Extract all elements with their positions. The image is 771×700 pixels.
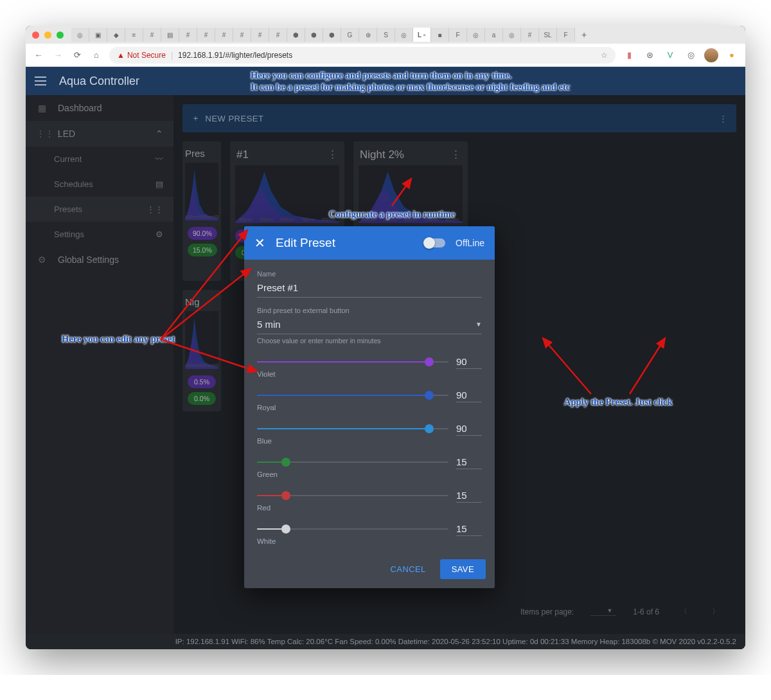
browser-tab[interactable]: SL — [539, 28, 557, 42]
browser-tab[interactable]: ◎ — [395, 28, 413, 42]
name-label: Name — [257, 270, 482, 278]
not-secure-label: Not Secure — [127, 51, 166, 60]
back-icon[interactable]: ← — [32, 50, 45, 60]
browser-tab[interactable]: ⬢ — [287, 28, 305, 42]
browser-tab[interactable]: ◆ — [107, 28, 125, 42]
annotation-top: Here you can configure and presets and t… — [251, 69, 570, 93]
channel-label: Green — [257, 471, 482, 478]
cancel-button[interactable]: CANCEL — [383, 559, 434, 579]
browser-tab[interactable]: ≡ — [125, 28, 143, 42]
browser-tab[interactable]: # — [521, 28, 539, 42]
browser-tab[interactable]: F — [557, 28, 575, 42]
channel-input[interactable] — [456, 422, 482, 436]
channel-row — [257, 388, 482, 402]
tab-strip: ◎▣◆≡#▤######⬢⬢⬢G⊛S◎L×■F◎a◎#SLF+ — [71, 28, 739, 42]
offline-toggle[interactable] — [425, 238, 445, 247]
forward-icon[interactable]: → — [51, 50, 64, 60]
browser-tab[interactable]: # — [197, 28, 215, 42]
name-input[interactable] — [257, 280, 482, 298]
bind-hint: Choose value or enter number in minutes — [257, 337, 482, 345]
app-header: Aqua Controller Here you can configure a… — [26, 67, 745, 95]
offline-label: OffLine — [456, 238, 484, 248]
channel-label: Red — [257, 504, 482, 512]
warning-icon: ▲ — [117, 51, 125, 60]
channel-label: Blue — [257, 437, 482, 445]
window-zoom[interactable] — [57, 31, 64, 39]
channel-label: Royal — [257, 404, 482, 411]
browser-tab[interactable]: ▤ — [161, 28, 179, 42]
browser-tab[interactable]: # — [233, 28, 251, 42]
browser-tab[interactable]: ◎ — [467, 28, 485, 42]
channel-input[interactable] — [456, 489, 482, 503]
extension-icon[interactable]: V — [663, 48, 677, 62]
browser-tab[interactable]: ■ — [431, 28, 449, 42]
channel-label: Violet — [257, 370, 482, 378]
address-bar[interactable]: ▲Not Secure | 192.168.1.91/#/lighter/led… — [109, 47, 616, 64]
url-text: 192.168.1.91/#/lighter/led/presets — [178, 51, 292, 60]
channel-slider[interactable] — [257, 462, 448, 463]
close-icon[interactable]: ✕ — [254, 235, 265, 251]
status-bar: IP: 192.168.1.91 WiFi: 86% Temp Calc: 20… — [26, 634, 745, 649]
bind-value: 5 min — [257, 319, 281, 330]
channel-input[interactable] — [456, 522, 482, 536]
browser-tab[interactable]: L× — [413, 28, 431, 42]
browser-tab[interactable]: ⬢ — [323, 28, 341, 42]
browser-tab[interactable]: S — [377, 28, 395, 42]
dropdown-icon: ▼ — [475, 321, 482, 328]
browser-titlebar: ◎▣◆≡#▤######⬢⬢⬢G⊛S◎L×■F◎a◎#SLF+ — [26, 26, 745, 44]
channel-slider[interactable] — [257, 428, 448, 429]
browser-tab[interactable]: # — [251, 28, 269, 42]
channel-row — [257, 355, 482, 369]
browser-tab[interactable]: ◎ — [71, 28, 89, 42]
browser-tab[interactable]: # — [143, 28, 161, 42]
star-icon[interactable]: ☆ — [601, 51, 608, 60]
window-minimize[interactable] — [44, 31, 51, 39]
save-button[interactable]: SAVE — [440, 559, 486, 579]
reload-icon[interactable]: ⟳ — [71, 50, 84, 60]
browser-tab[interactable]: F — [449, 28, 467, 42]
browser-toolbar: ← → ⟳ ⌂ ▲Not Secure | 192.168.1.91/#/lig… — [26, 44, 745, 67]
channel-slider[interactable] — [257, 528, 448, 530]
menu-icon[interactable] — [35, 76, 46, 85]
channel-input[interactable] — [456, 388, 482, 402]
new-tab-button[interactable]: + — [575, 28, 593, 42]
browser-tab[interactable]: # — [215, 28, 233, 42]
app-title: Aqua Controller — [59, 75, 139, 88]
channel-row — [257, 522, 482, 536]
channel-row — [257, 489, 482, 503]
bind-select[interactable]: 5 min▼ — [257, 316, 482, 334]
channel-input[interactable] — [456, 455, 482, 469]
browser-tab[interactable]: G — [341, 28, 359, 42]
channel-slider[interactable] — [257, 495, 448, 496]
bind-label: Bind preset to external button — [257, 307, 482, 314]
browser-tab[interactable]: # — [269, 28, 287, 42]
edit-preset-dialog: ✕ Edit Preset OffLine Name Bind preset t… — [244, 226, 495, 588]
profile-avatar[interactable] — [704, 48, 718, 62]
channel-row — [257, 455, 482, 469]
alert-icon[interactable]: ● — [725, 48, 739, 62]
extension-icon[interactable]: ⊛ — [642, 48, 657, 62]
browser-tab[interactable]: a — [485, 28, 503, 42]
home-icon[interactable]: ⌂ — [90, 50, 103, 60]
channel-label: White — [257, 537, 482, 545]
window-close[interactable] — [32, 31, 39, 39]
channel-input[interactable] — [456, 355, 482, 369]
dialog-title: Edit Preset — [276, 236, 414, 250]
extension-icon[interactable]: ◎ — [684, 48, 698, 62]
channel-slider[interactable] — [257, 395, 448, 396]
browser-tab[interactable]: ⬢ — [305, 28, 323, 42]
extension-icon[interactable]: ▮ — [622, 48, 636, 62]
channel-slider[interactable] — [257, 361, 448, 363]
browser-tab[interactable]: ◎ — [503, 28, 521, 42]
browser-tab[interactable]: ▣ — [89, 28, 107, 42]
channel-row — [257, 422, 482, 436]
browser-tab[interactable]: ⊛ — [359, 28, 377, 42]
browser-tab[interactable]: # — [179, 28, 197, 42]
